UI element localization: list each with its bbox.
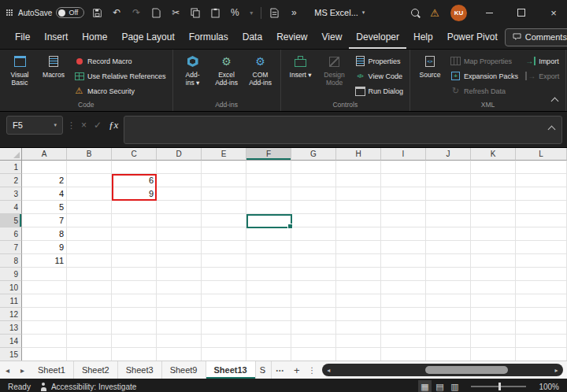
cell-H8[interactable] — [336, 254, 381, 268]
cell-H13[interactable] — [336, 321, 381, 335]
cell-F2[interactable] — [246, 174, 291, 187]
cell-J6[interactable] — [426, 227, 471, 241]
cell-A15[interactable] — [22, 348, 67, 361]
cell-D4[interactable] — [157, 201, 202, 214]
more-commands-button[interactable]: » — [287, 6, 301, 20]
cell-E10[interactable] — [202, 281, 246, 294]
cell-H6[interactable] — [336, 227, 381, 241]
view-code-button[interactable]: View Code — [353, 69, 406, 83]
cell-G7[interactable] — [291, 241, 336, 254]
cell-G15[interactable] — [291, 348, 336, 361]
cell-B9[interactable] — [67, 268, 112, 281]
cell-K4[interactable] — [471, 201, 516, 214]
cell-B8[interactable] — [67, 254, 112, 268]
cell-K13[interactable] — [471, 321, 516, 335]
cell-I4[interactable] — [381, 201, 426, 214]
scroll-left-icon[interactable]: ◂ — [324, 367, 334, 374]
cell-D9[interactable] — [157, 268, 202, 281]
refresh-data-button[interactable]: Refresh Data — [448, 84, 521, 98]
cell-D15[interactable] — [157, 348, 202, 361]
chevron-down-icon[interactable]: ▾ — [247, 6, 255, 20]
excel-add-ins-button[interactable]: ExcelAdd-ins — [211, 52, 243, 100]
column-header-I[interactable]: I — [381, 148, 426, 161]
cell-K8[interactable] — [471, 254, 516, 268]
cell-J13[interactable] — [426, 321, 471, 335]
cell-G8[interactable] — [291, 254, 336, 268]
cell-J4[interactable] — [426, 201, 471, 214]
cell-F6[interactable] — [246, 227, 291, 241]
cell-E13[interactable] — [202, 321, 246, 335]
cell-G3[interactable] — [291, 187, 336, 201]
cell-A13[interactable] — [22, 321, 67, 335]
cell-C10[interactable] — [112, 281, 157, 294]
cell-D2[interactable] — [157, 174, 202, 187]
cell-F3[interactable] — [246, 187, 291, 201]
cell-I7[interactable] — [381, 241, 426, 254]
column-header-C[interactable]: C — [112, 148, 157, 161]
cell-E7[interactable] — [202, 241, 246, 254]
next-sheet-button[interactable]: ▸ — [15, 361, 30, 379]
cell-L2[interactable] — [516, 174, 567, 187]
cell-A14[interactable] — [22, 335, 67, 348]
cell-A11[interactable] — [22, 294, 67, 308]
cell-H2[interactable] — [336, 174, 381, 187]
cell-L10[interactable] — [516, 281, 567, 294]
cell-I6[interactable] — [381, 227, 426, 241]
cell-J3[interactable] — [426, 187, 471, 201]
cell-B10[interactable] — [67, 281, 112, 294]
cell-L11[interactable] — [516, 294, 567, 308]
cell-A5[interactable]: 7 — [22, 214, 67, 227]
cell-K3[interactable] — [471, 187, 516, 201]
formula-input[interactable] — [124, 116, 562, 144]
cell-G2[interactable] — [291, 174, 336, 187]
clipboard-button[interactable] — [208, 6, 222, 20]
sheet-options-button[interactable]: ⋮ — [305, 361, 320, 379]
cell-H12[interactable] — [336, 308, 381, 321]
new-document-button[interactable] — [149, 6, 163, 20]
row-header-5[interactable]: 5 — [0, 214, 22, 227]
cell-K5[interactable] — [471, 214, 516, 227]
cell-I1[interactable] — [381, 161, 426, 174]
cell-B14[interactable] — [67, 335, 112, 348]
cell-I15[interactable] — [381, 348, 426, 361]
cell-K14[interactable] — [471, 335, 516, 348]
source-button[interactable]: Source — [414, 52, 446, 100]
cell-H3[interactable] — [336, 187, 381, 201]
sheet-tab-sheet2[interactable]: Sheet2 — [74, 361, 118, 379]
cell-D12[interactable] — [157, 308, 202, 321]
cell-B7[interactable] — [67, 241, 112, 254]
cell-B13[interactable] — [67, 321, 112, 335]
row-header-13[interactable]: 13 — [0, 321, 22, 335]
new-sheet-button[interactable]: + — [289, 361, 305, 379]
row-header-15[interactable]: 15 — [0, 348, 22, 361]
zoom-slider-thumb[interactable] — [498, 383, 501, 390]
cell-B2[interactable] — [67, 174, 112, 187]
column-header-B[interactable]: B — [67, 148, 112, 161]
cell-L7[interactable] — [516, 241, 567, 254]
scroll-right-icon[interactable]: ▸ — [551, 367, 561, 374]
cell-C5[interactable] — [112, 214, 157, 227]
map-properties-button[interactable]: Map Properties — [448, 54, 521, 68]
sheet-list-ellipsis-button[interactable]: ••• — [272, 361, 289, 379]
menu-tab-developer[interactable]: Developer — [349, 25, 406, 49]
cell-A4[interactable]: 5 — [22, 201, 67, 214]
cell-A12[interactable] — [22, 308, 67, 321]
scrollbar-thumb[interactable] — [425, 366, 508, 374]
cell-D3[interactable] — [157, 187, 202, 201]
cell-C14[interactable] — [112, 335, 157, 348]
cell-G14[interactable] — [291, 335, 336, 348]
macros-button[interactable]: Macros — [38, 52, 69, 100]
cell-D7[interactable] — [157, 241, 202, 254]
row-header-10[interactable]: 10 — [0, 281, 22, 294]
row-header-4[interactable]: 4 — [0, 201, 22, 214]
cell-L9[interactable] — [516, 268, 567, 281]
cell-E6[interactable] — [202, 227, 246, 241]
cell-B4[interactable] — [67, 201, 112, 214]
cell-H15[interactable] — [336, 348, 381, 361]
cell-F7[interactable] — [246, 241, 291, 254]
column-header-H[interactable]: H — [336, 148, 381, 161]
menu-tab-home[interactable]: Home — [75, 25, 114, 49]
menu-tab-view[interactable]: View — [315, 25, 350, 49]
cell-H5[interactable] — [336, 214, 381, 227]
menu-tab-page-layout[interactable]: Page Layout — [114, 25, 181, 49]
